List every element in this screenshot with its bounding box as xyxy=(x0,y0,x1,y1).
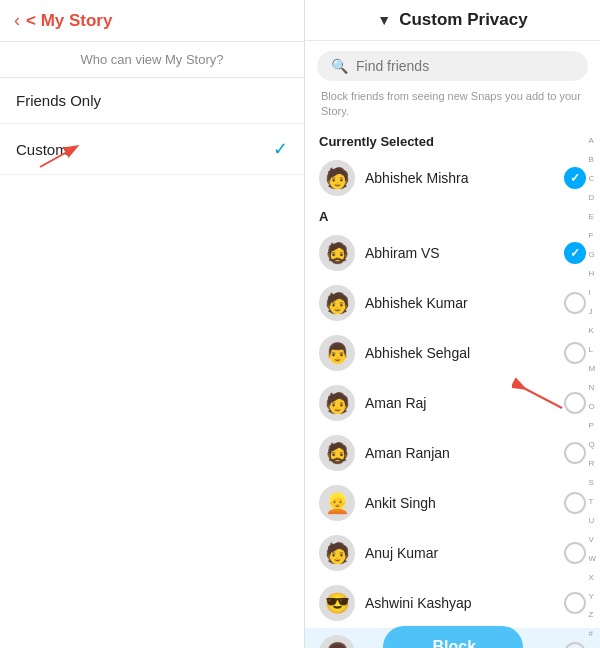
friend-name: Ashwini Kashyap xyxy=(365,595,554,611)
avatar: 🧑 xyxy=(319,385,355,421)
red-arrow-right xyxy=(512,376,572,416)
block-note: Block friends from seeing new Snaps you … xyxy=(305,85,600,128)
search-input[interactable] xyxy=(356,58,574,74)
list-item[interactable]: 🧑 Anuj Kumar xyxy=(305,528,600,578)
section-a-label: A xyxy=(305,203,600,228)
friend-name: Anuj Kumar xyxy=(365,545,554,561)
friend-checkbox[interactable] xyxy=(564,342,586,364)
alpha-hash[interactable]: # xyxy=(586,630,598,638)
friend-checkbox[interactable] xyxy=(564,542,586,564)
alpha-W[interactable]: W xyxy=(586,555,598,563)
list-item[interactable]: 👱 Ankit Singh xyxy=(305,478,600,528)
currently-selected-label: Currently Selected xyxy=(305,128,600,153)
avatar: 👨 xyxy=(319,335,355,371)
list-item[interactable]: 👨 Abhishek Sehgal xyxy=(305,328,600,378)
alpha-O[interactable]: O xyxy=(586,403,598,411)
right-header: ▼ Custom Privacy xyxy=(305,0,600,41)
friend-name: Abhishek Sehgal xyxy=(365,345,554,361)
friend-checkbox[interactable] xyxy=(564,167,586,189)
list-item[interactable]: 🧔 Aman Ranjan xyxy=(305,428,600,478)
back-arrow-icon[interactable]: ‹ xyxy=(14,10,20,31)
alpha-K[interactable]: K xyxy=(586,327,598,335)
friend-checkbox[interactable] xyxy=(564,592,586,614)
alpha-Q[interactable]: Q xyxy=(586,441,598,449)
alpha-D[interactable]: D xyxy=(586,194,598,202)
alpha-N[interactable]: N xyxy=(586,384,598,392)
alpha-I[interactable]: I xyxy=(586,289,598,297)
friend-name: Aman Ranjan xyxy=(365,445,554,461)
who-can-view-label: Who can view My Story? xyxy=(0,42,304,78)
avatar: 🧑 xyxy=(319,160,355,196)
block-button[interactable]: Block xyxy=(383,626,523,648)
alpha-U[interactable]: U xyxy=(586,517,598,525)
alpha-V[interactable]: V xyxy=(586,536,598,544)
friend-name: Abhishek Kumar xyxy=(365,295,554,311)
right-panel: ▼ Custom Privacy 🔍 Block friends from se… xyxy=(305,0,600,648)
alpha-B[interactable]: B xyxy=(586,156,598,164)
alpha-P[interactable]: P xyxy=(586,422,598,430)
friend-name: Abhiram VS xyxy=(365,245,554,261)
alpha-S[interactable]: S xyxy=(586,479,598,487)
list-item[interactable]: 🧑 Abhishek Mishra xyxy=(305,153,600,203)
left-title[interactable]: < My Story xyxy=(26,11,112,31)
friend-checkbox[interactable] xyxy=(564,242,586,264)
alpha-F[interactable]: F xyxy=(586,232,598,240)
avatar: 👩 xyxy=(319,635,355,648)
friend-checkbox[interactable] xyxy=(564,492,586,514)
friend-name: Abhishek Mishra xyxy=(365,170,554,186)
alpha-E[interactable]: E xyxy=(586,213,598,221)
left-header: ‹ < My Story xyxy=(0,0,304,42)
red-arrow-left xyxy=(30,135,90,175)
friend-name: Ankit Singh xyxy=(365,495,554,511)
list-item[interactable]: 🧔 Abhiram VS xyxy=(305,228,600,278)
list-item[interactable]: 😎 Ashwini Kashyap xyxy=(305,578,600,628)
alpha-X[interactable]: X xyxy=(586,574,598,582)
alphabet-index: A B C D E F G H I J K L M N O P Q R S T … xyxy=(586,128,598,648)
svg-line-1 xyxy=(524,388,562,408)
alpha-M[interactable]: M xyxy=(586,365,598,373)
alpha-H[interactable]: H xyxy=(586,270,598,278)
alpha-G[interactable]: G xyxy=(586,251,598,259)
avatar: 👱 xyxy=(319,485,355,521)
search-bar[interactable]: 🔍 xyxy=(317,51,588,81)
avatar: 😎 xyxy=(319,585,355,621)
right-title: Custom Privacy xyxy=(399,10,528,30)
svg-line-0 xyxy=(40,147,76,167)
friends-list: Currently Selected 🧑 Abhishek Mishra A 🧔… xyxy=(305,128,600,648)
alpha-T[interactable]: T xyxy=(586,498,598,506)
friend-checkbox[interactable] xyxy=(564,442,586,464)
alpha-L[interactable]: L xyxy=(586,346,598,354)
friend-checkbox[interactable] xyxy=(564,292,586,314)
alpha-C[interactable]: C xyxy=(586,175,598,183)
down-arrow-icon: ▼ xyxy=(377,12,391,28)
list-item[interactable]: 🧑 Abhishek Kumar xyxy=(305,278,600,328)
alpha-R[interactable]: R xyxy=(586,460,598,468)
avatar: 🧔 xyxy=(319,435,355,471)
custom-check-icon: ✓ xyxy=(273,138,288,160)
friend-checkbox[interactable] xyxy=(564,642,586,648)
avatar: 🧔 xyxy=(319,235,355,271)
alpha-Y[interactable]: Y xyxy=(586,593,598,601)
left-panel: ‹ < My Story Who can view My Story? Frie… xyxy=(0,0,305,648)
alpha-A[interactable]: A xyxy=(586,137,598,145)
alpha-J[interactable]: J xyxy=(586,308,598,316)
alpha-Z[interactable]: Z xyxy=(586,611,598,619)
avatar: 🧑 xyxy=(319,535,355,571)
friends-only-option[interactable]: Friends Only xyxy=(0,78,304,124)
avatar: 🧑 xyxy=(319,285,355,321)
friends-only-label: Friends Only xyxy=(16,92,101,109)
search-icon: 🔍 xyxy=(331,58,348,74)
